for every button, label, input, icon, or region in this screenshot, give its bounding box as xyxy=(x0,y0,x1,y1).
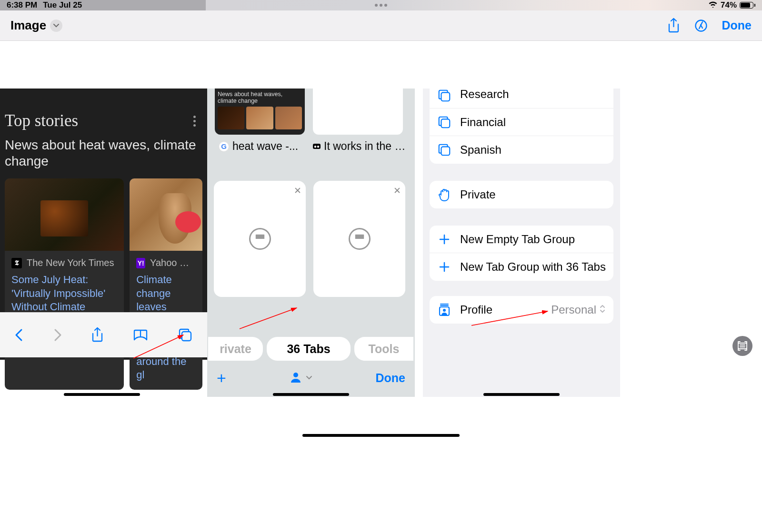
yahoo-favicon-icon: Y! xyxy=(136,258,145,268)
story-card[interactable]: Y! Yahoo News Climate change leaves fing… xyxy=(130,178,202,390)
new-tab-group-actions: New Empty Tab Group New Tab Group with 3… xyxy=(430,226,613,281)
tab-preview[interactable] xyxy=(313,89,403,135)
profile-item[interactable]: Profile Personal xyxy=(430,296,613,324)
home-indicator xyxy=(483,393,560,396)
tab-preview-caption: News about heat waves, climate change xyxy=(218,91,302,105)
battery-icon xyxy=(740,2,755,9)
tab-preview[interactable]: News about heat waves, climate change xyxy=(215,89,305,135)
new-tab-button[interactable]: + xyxy=(217,369,226,387)
tab-group-item[interactable]: Spanish xyxy=(430,136,613,164)
tabgroup-icon xyxy=(437,115,451,129)
tab-label[interactable]: G heat wave -... xyxy=(219,140,307,153)
screenshot-panel-3: Research Financial Spanish Private New E… xyxy=(423,89,620,397)
plus-icon xyxy=(437,261,451,273)
wifi-icon xyxy=(708,0,718,10)
more-icon[interactable] xyxy=(189,116,200,127)
story-image xyxy=(5,178,124,251)
medium-favicon-icon: ●● xyxy=(313,144,321,149)
tab-label[interactable]: ●● It works in the bo... xyxy=(313,140,408,153)
compass-icon xyxy=(249,228,271,250)
tabgroup-icon xyxy=(437,89,451,103)
private-group: Private xyxy=(430,181,613,208)
svg-rect-11 xyxy=(738,343,747,349)
tab-group-pill-private[interactable]: rivate xyxy=(208,337,263,361)
hand-icon xyxy=(437,187,451,202)
tab-group-pill-tools[interactable]: Tools xyxy=(354,337,413,361)
close-icon[interactable]: ✕ xyxy=(294,185,301,196)
nyt-favicon-icon: 𝕿 xyxy=(11,258,22,268)
share-button[interactable] xyxy=(91,327,104,343)
bookmarks-button[interactable] xyxy=(132,328,149,342)
status-bar: 6:38 PM Tue Jul 25 74% xyxy=(0,0,762,10)
top-stories-subtitle: News about heat waves, climate change xyxy=(0,137,207,169)
empty-tab-tile[interactable]: ✕ xyxy=(214,181,306,297)
close-icon[interactable]: ✕ xyxy=(393,185,401,196)
tab-group-item[interactable]: Financial xyxy=(430,108,613,136)
new-tab-group-with-tabs-item[interactable]: New Tab Group with 36 Tabs xyxy=(430,253,613,281)
tabgroup-icon xyxy=(437,143,451,157)
svg-rect-5 xyxy=(441,92,450,101)
safari-toolbar xyxy=(0,312,207,357)
svg-rect-7 xyxy=(441,147,450,155)
empty-tab-tile[interactable]: ✕ xyxy=(313,181,405,297)
tab-groups-list: Research Financial Spanish xyxy=(430,89,613,164)
chevron-down-icon xyxy=(306,374,312,382)
story-source: Yahoo News xyxy=(150,257,196,268)
system-home-indicator xyxy=(302,434,460,437)
done-button[interactable]: Done xyxy=(722,19,752,32)
profile-group: Profile Personal xyxy=(430,296,613,324)
home-indicator xyxy=(64,393,140,396)
svg-rect-1 xyxy=(182,332,191,341)
svg-point-3 xyxy=(293,373,298,377)
markup-icon[interactable] xyxy=(694,19,708,32)
multitasking-dots[interactable] xyxy=(375,4,387,7)
person-icon xyxy=(290,371,302,385)
tab-group-pill-current[interactable]: 36 Tabs xyxy=(267,337,351,361)
document-title[interactable]: Image xyxy=(10,18,46,33)
title-chevron-icon[interactable] xyxy=(50,20,62,32)
google-favicon-icon: G xyxy=(219,141,229,152)
tab-group-item[interactable]: Research xyxy=(430,89,613,108)
svg-point-9 xyxy=(443,309,446,312)
home-indicator xyxy=(273,393,349,396)
story-source: The New York Times xyxy=(27,257,114,268)
profile-icon xyxy=(437,303,451,317)
battery-percent: 74% xyxy=(721,0,737,10)
status-date: Tue Jul 25 xyxy=(43,0,82,10)
compass-icon xyxy=(349,228,371,250)
tabs-button[interactable] xyxy=(178,327,193,343)
profile-value: Personal xyxy=(551,303,596,316)
back-button[interactable] xyxy=(14,328,24,342)
up-down-chevron-icon xyxy=(599,303,606,316)
story-card[interactable]: 𝕿 The New York Times Some July Heat: 'Vi… xyxy=(5,178,124,390)
done-button[interactable]: Done xyxy=(375,371,405,385)
profile-switcher[interactable] xyxy=(290,371,312,385)
screenshot-panel-2: News about heat waves, climate change G … xyxy=(207,89,415,397)
svg-rect-6 xyxy=(441,119,450,128)
story-image xyxy=(130,178,202,251)
top-stories-heading: Top stories xyxy=(5,111,78,130)
private-item[interactable]: Private xyxy=(430,181,613,208)
quicklook-button[interactable] xyxy=(732,336,752,356)
share-icon[interactable] xyxy=(667,18,680,34)
new-empty-tab-group-item[interactable]: New Empty Tab Group xyxy=(430,226,613,253)
status-time: 6:38 PM xyxy=(7,0,37,10)
plus-icon xyxy=(437,234,451,245)
forward-button[interactable] xyxy=(53,328,62,342)
app-toolbar: Image Done xyxy=(0,10,762,41)
